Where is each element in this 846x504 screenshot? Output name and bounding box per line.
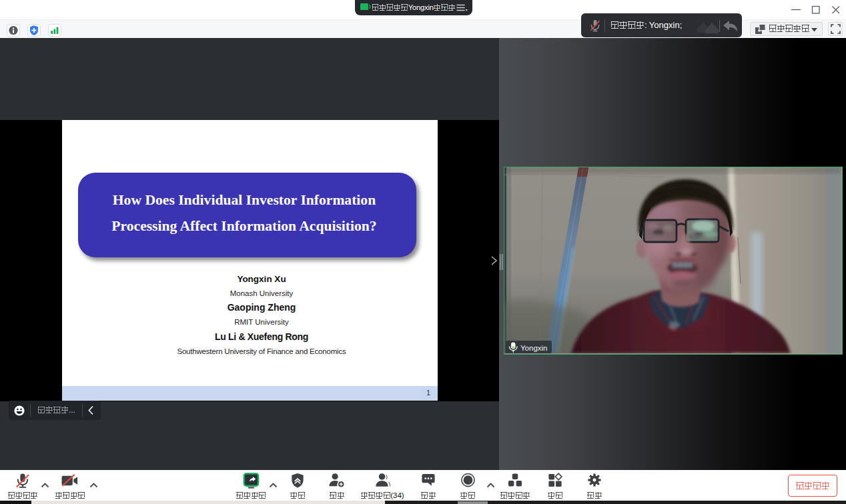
- svg-text:Yongxin: Yongxin: [520, 343, 548, 351]
